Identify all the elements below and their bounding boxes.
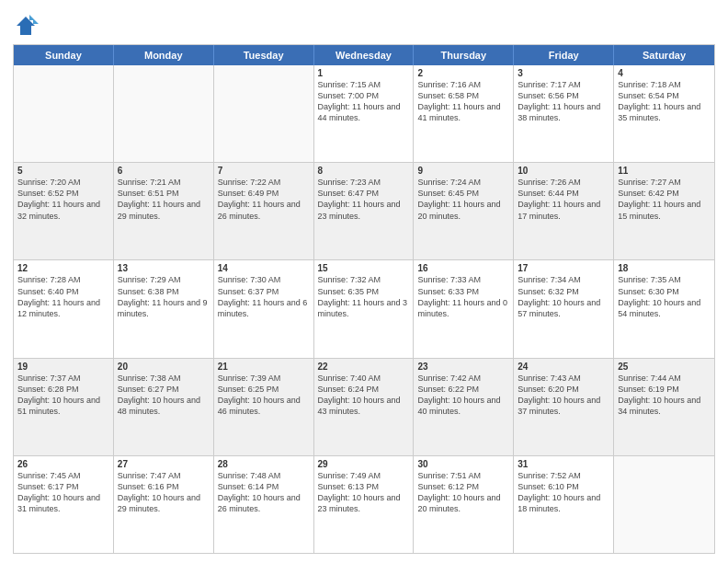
day-number: 29 bbox=[318, 459, 410, 469]
day-info: Sunrise: 7:16 AM Sunset: 6:58 PM Dayligh… bbox=[417, 79, 509, 124]
day-info: Sunrise: 7:33 AM Sunset: 6:33 PM Dayligh… bbox=[417, 274, 509, 319]
cal-cell-1: 1Sunrise: 7:15 AM Sunset: 7:00 PM Daylig… bbox=[314, 65, 415, 162]
cal-cell-16: 16Sunrise: 7:33 AM Sunset: 6:33 PM Dayli… bbox=[414, 260, 514, 357]
cal-cell-4: 4Sunrise: 7:18 AM Sunset: 6:54 PM Daylig… bbox=[614, 65, 714, 162]
cal-header-thursday: Thursday bbox=[414, 45, 514, 65]
day-number: 26 bbox=[17, 459, 109, 469]
day-info: Sunrise: 7:47 AM Sunset: 6:16 PM Dayligh… bbox=[118, 470, 210, 515]
cal-cell-20: 20Sunrise: 7:38 AM Sunset: 6:27 PM Dayli… bbox=[114, 359, 214, 455]
day-info: Sunrise: 7:38 AM Sunset: 6:27 PM Dayligh… bbox=[118, 373, 210, 418]
cal-cell-25: 25Sunrise: 7:44 AM Sunset: 6:19 PM Dayli… bbox=[614, 359, 714, 455]
day-number: 11 bbox=[618, 166, 711, 176]
day-number: 30 bbox=[417, 459, 509, 469]
day-info: Sunrise: 7:26 AM Sunset: 6:44 PM Dayligh… bbox=[518, 177, 609, 222]
day-number: 15 bbox=[318, 263, 410, 273]
cal-cell-empty-6 bbox=[614, 456, 714, 553]
cal-header-wednesday: Wednesday bbox=[314, 45, 415, 65]
logo-icon bbox=[13, 13, 39, 39]
day-info: Sunrise: 7:42 AM Sunset: 6:22 PM Dayligh… bbox=[417, 373, 509, 418]
day-info: Sunrise: 7:20 AM Sunset: 6:52 PM Dayligh… bbox=[17, 177, 109, 222]
day-info: Sunrise: 7:45 AM Sunset: 6:17 PM Dayligh… bbox=[17, 470, 109, 515]
cal-cell-5: 5Sunrise: 7:20 AM Sunset: 6:52 PM Daylig… bbox=[14, 163, 114, 259]
day-number: 22 bbox=[318, 362, 410, 372]
day-number: 6 bbox=[118, 166, 210, 176]
cal-cell-15: 15Sunrise: 7:32 AM Sunset: 6:35 PM Dayli… bbox=[314, 260, 415, 357]
cal-week-4: 19Sunrise: 7:37 AM Sunset: 6:28 PM Dayli… bbox=[14, 359, 714, 456]
day-info: Sunrise: 7:51 AM Sunset: 6:12 PM Dayligh… bbox=[417, 470, 509, 515]
cal-week-2: 5Sunrise: 7:20 AM Sunset: 6:52 PM Daylig… bbox=[14, 163, 714, 260]
day-info: Sunrise: 7:35 AM Sunset: 6:30 PM Dayligh… bbox=[618, 274, 711, 319]
day-info: Sunrise: 7:32 AM Sunset: 6:35 PM Dayligh… bbox=[318, 274, 410, 319]
cal-cell-21: 21Sunrise: 7:39 AM Sunset: 6:25 PM Dayli… bbox=[214, 359, 314, 455]
day-number: 18 bbox=[618, 263, 711, 273]
cal-cell-23: 23Sunrise: 7:42 AM Sunset: 6:22 PM Dayli… bbox=[414, 359, 514, 455]
day-info: Sunrise: 7:17 AM Sunset: 6:56 PM Dayligh… bbox=[518, 79, 609, 124]
cal-cell-22: 22Sunrise: 7:40 AM Sunset: 6:24 PM Dayli… bbox=[314, 359, 415, 455]
cal-cell-9: 9Sunrise: 7:24 AM Sunset: 6:45 PM Daylig… bbox=[414, 163, 514, 259]
calendar-page: SundayMondayTuesdayWednesdayThursdayFrid… bbox=[0, 0, 728, 563]
day-info: Sunrise: 7:30 AM Sunset: 6:37 PM Dayligh… bbox=[218, 274, 310, 319]
day-number: 1 bbox=[318, 68, 410, 78]
day-number: 24 bbox=[518, 362, 609, 372]
cal-cell-11: 11Sunrise: 7:27 AM Sunset: 6:42 PM Dayli… bbox=[614, 163, 714, 259]
calendar-header-row: SundayMondayTuesdayWednesdayThursdayFrid… bbox=[14, 45, 714, 65]
cal-cell-12: 12Sunrise: 7:28 AM Sunset: 6:40 PM Dayli… bbox=[14, 260, 114, 357]
day-number: 8 bbox=[318, 166, 410, 176]
cal-cell-26: 26Sunrise: 7:45 AM Sunset: 6:17 PM Dayli… bbox=[14, 456, 114, 553]
cal-header-friday: Friday bbox=[514, 45, 614, 65]
day-number: 13 bbox=[118, 263, 210, 273]
day-number: 27 bbox=[118, 459, 210, 469]
cal-cell-8: 8Sunrise: 7:23 AM Sunset: 6:47 PM Daylig… bbox=[314, 163, 415, 259]
day-number: 28 bbox=[218, 459, 310, 469]
cal-cell-empty-2 bbox=[214, 65, 314, 162]
day-number: 2 bbox=[417, 68, 509, 78]
day-number: 21 bbox=[218, 362, 310, 372]
cal-cell-27: 27Sunrise: 7:47 AM Sunset: 6:16 PM Dayli… bbox=[114, 456, 214, 553]
day-info: Sunrise: 7:22 AM Sunset: 6:49 PM Dayligh… bbox=[218, 177, 310, 222]
day-info: Sunrise: 7:43 AM Sunset: 6:20 PM Dayligh… bbox=[518, 373, 609, 418]
cal-cell-7: 7Sunrise: 7:22 AM Sunset: 6:49 PM Daylig… bbox=[214, 163, 314, 259]
day-number: 19 bbox=[17, 362, 109, 372]
day-number: 20 bbox=[118, 362, 210, 372]
day-number: 9 bbox=[417, 166, 509, 176]
calendar-body: 1Sunrise: 7:15 AM Sunset: 7:00 PM Daylig… bbox=[14, 65, 714, 553]
cal-cell-17: 17Sunrise: 7:34 AM Sunset: 6:32 PM Dayli… bbox=[514, 260, 614, 357]
cal-header-tuesday: Tuesday bbox=[214, 45, 314, 65]
day-number: 23 bbox=[417, 362, 509, 372]
day-info: Sunrise: 7:28 AM Sunset: 6:40 PM Dayligh… bbox=[17, 274, 109, 319]
cal-cell-13: 13Sunrise: 7:29 AM Sunset: 6:38 PM Dayli… bbox=[114, 260, 214, 357]
cal-cell-10: 10Sunrise: 7:26 AM Sunset: 6:44 PM Dayli… bbox=[514, 163, 614, 259]
day-number: 31 bbox=[518, 459, 609, 469]
cal-cell-empty-1 bbox=[114, 65, 214, 162]
day-info: Sunrise: 7:21 AM Sunset: 6:51 PM Dayligh… bbox=[118, 177, 210, 222]
cal-cell-31: 31Sunrise: 7:52 AM Sunset: 6:10 PM Dayli… bbox=[514, 456, 614, 553]
cal-cell-18: 18Sunrise: 7:35 AM Sunset: 6:30 PM Dayli… bbox=[614, 260, 714, 357]
calendar: SundayMondayTuesdayWednesdayThursdayFrid… bbox=[13, 44, 715, 554]
day-number: 4 bbox=[618, 68, 711, 78]
day-info: Sunrise: 7:27 AM Sunset: 6:42 PM Dayligh… bbox=[618, 177, 711, 222]
cal-week-1: 1Sunrise: 7:15 AM Sunset: 7:00 PM Daylig… bbox=[14, 65, 714, 163]
day-info: Sunrise: 7:44 AM Sunset: 6:19 PM Dayligh… bbox=[618, 373, 711, 418]
day-info: Sunrise: 7:39 AM Sunset: 6:25 PM Dayligh… bbox=[218, 373, 310, 418]
day-number: 17 bbox=[518, 263, 609, 273]
cal-cell-19: 19Sunrise: 7:37 AM Sunset: 6:28 PM Dayli… bbox=[14, 359, 114, 455]
cal-cell-24: 24Sunrise: 7:43 AM Sunset: 6:20 PM Dayli… bbox=[514, 359, 614, 455]
day-number: 5 bbox=[17, 166, 109, 176]
cal-cell-28: 28Sunrise: 7:48 AM Sunset: 6:14 PM Dayli… bbox=[214, 456, 314, 553]
cal-header-saturday: Saturday bbox=[614, 45, 714, 65]
logo bbox=[13, 13, 42, 39]
day-number: 3 bbox=[518, 68, 609, 78]
cal-week-3: 12Sunrise: 7:28 AM Sunset: 6:40 PM Dayli… bbox=[14, 260, 714, 358]
day-number: 25 bbox=[618, 362, 711, 372]
cal-header-monday: Monday bbox=[114, 45, 214, 65]
day-info: Sunrise: 7:48 AM Sunset: 6:14 PM Dayligh… bbox=[218, 470, 310, 515]
day-info: Sunrise: 7:40 AM Sunset: 6:24 PM Dayligh… bbox=[318, 373, 410, 418]
day-info: Sunrise: 7:29 AM Sunset: 6:38 PM Dayligh… bbox=[118, 274, 210, 319]
day-number: 7 bbox=[218, 166, 310, 176]
cal-cell-3: 3Sunrise: 7:17 AM Sunset: 6:56 PM Daylig… bbox=[514, 65, 614, 162]
cal-cell-30: 30Sunrise: 7:51 AM Sunset: 6:12 PM Dayli… bbox=[414, 456, 514, 553]
day-info: Sunrise: 7:37 AM Sunset: 6:28 PM Dayligh… bbox=[17, 373, 109, 418]
cal-week-5: 26Sunrise: 7:45 AM Sunset: 6:17 PM Dayli… bbox=[14, 456, 714, 553]
cal-cell-29: 29Sunrise: 7:49 AM Sunset: 6:13 PM Dayli… bbox=[314, 456, 415, 553]
day-info: Sunrise: 7:34 AM Sunset: 6:32 PM Dayligh… bbox=[518, 274, 609, 319]
